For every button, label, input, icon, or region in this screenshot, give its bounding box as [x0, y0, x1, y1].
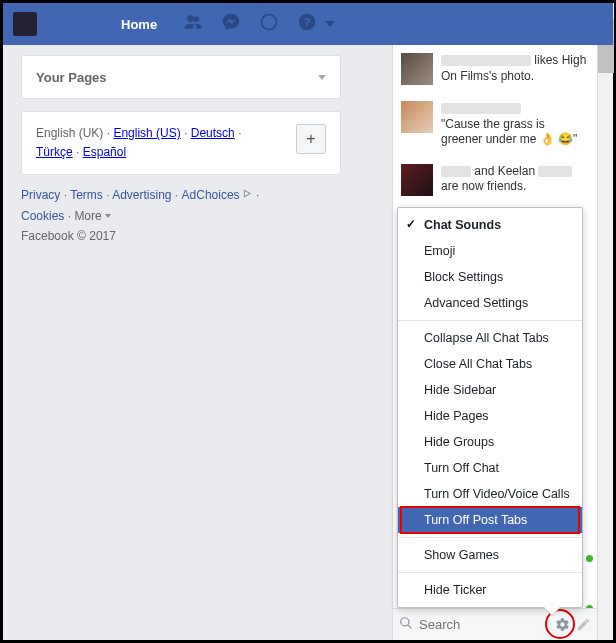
lang-en-us[interactable]: English (US) — [113, 126, 180, 140]
your-pages-card[interactable]: Your Pages — [21, 55, 341, 99]
window-scrollbar[interactable] — [597, 3, 613, 640]
language-card: English (UK) · English (US) · Deutsch · … — [21, 111, 341, 175]
chat-search-input[interactable] — [419, 617, 549, 632]
help-row: ? — [297, 12, 335, 36]
footer-privacy[interactable]: Privacy — [21, 188, 60, 202]
online-status-icon — [586, 555, 593, 562]
ticker-text: and Keelan are now friends. — [441, 164, 589, 196]
svg-text:?: ? — [304, 16, 311, 28]
chat-settings-menu: Chat Sounds Emoji Block Settings Advance… — [397, 207, 583, 608]
chevron-down-icon — [318, 75, 326, 80]
left-column: Your Pages English (UK) · English (US) ·… — [21, 55, 341, 247]
ticker-text: likes High On Films's photo. — [441, 53, 589, 85]
menu-advanced-settings[interactable]: Advanced Settings — [398, 290, 582, 316]
avatar — [401, 164, 433, 196]
menu-separator — [398, 572, 582, 573]
menu-emoji[interactable]: Emoji — [398, 238, 582, 264]
chat-bottom-bar — [392, 608, 597, 640]
ticker-item[interactable]: and Keelan are now friends. — [393, 156, 597, 204]
lang-current: English (UK) — [36, 126, 103, 140]
footer-cookies[interactable]: Cookies — [21, 209, 64, 223]
menu-turn-off-chat[interactable]: Turn Off Chat — [398, 455, 582, 481]
menu-hide-sidebar[interactable]: Hide Sidebar — [398, 377, 582, 403]
menu-separator — [398, 537, 582, 538]
footer-links: Privacy · Terms · Advertising · AdChoice… — [21, 185, 341, 246]
menu-turn-off-post-tabs[interactable]: Turn Off Post Tabs — [398, 507, 582, 533]
app-frame: Home ? Your Pages English (UK — [0, 0, 616, 643]
lang-tr[interactable]: Türkçe — [36, 145, 73, 159]
footer-adchoices[interactable]: AdChoices — [182, 185, 240, 205]
account-menu-caret-icon[interactable] — [325, 21, 335, 27]
redacted-name — [441, 55, 531, 66]
notifications-icon[interactable] — [259, 12, 279, 36]
footer-advertising[interactable]: Advertising — [112, 188, 171, 202]
redacted-name — [441, 166, 471, 177]
chat-settings-button[interactable] — [555, 615, 570, 635]
ticker-item[interactable]: "Cause the grass is greener under me 👌 😂… — [393, 93, 597, 156]
profile-thumbnail[interactable] — [13, 12, 37, 36]
ticker-item[interactable]: likes High On Films's photo. — [393, 45, 597, 93]
avatar — [401, 101, 433, 133]
messages-icon[interactable] — [221, 12, 241, 36]
help-icon[interactable]: ? — [297, 12, 317, 36]
top-nav: Home ? — [3, 3, 613, 45]
menu-block-settings[interactable]: Block Settings — [398, 264, 582, 290]
add-language-button[interactable]: + — [296, 124, 326, 154]
footer-terms[interactable]: Terms — [70, 188, 103, 202]
nav-icons — [183, 12, 279, 36]
caret-down-icon — [105, 214, 111, 218]
footer-more[interactable]: More — [74, 206, 101, 226]
friend-requests-icon[interactable] — [183, 12, 203, 36]
menu-show-games[interactable]: Show Games — [398, 542, 582, 568]
lang-de[interactable]: Deutsch — [191, 126, 235, 140]
new-message-button[interactable] — [576, 616, 591, 634]
footer-copyright: Facebook © 2017 — [21, 229, 116, 243]
adchoices-icon — [242, 185, 253, 205]
menu-collapse-all[interactable]: Collapse All Chat Tabs — [398, 325, 582, 351]
your-pages-title: Your Pages — [36, 70, 107, 85]
avatar — [401, 53, 433, 85]
redacted-name — [441, 103, 521, 114]
menu-hide-groups[interactable]: Hide Groups — [398, 429, 582, 455]
menu-close-all[interactable]: Close All Chat Tabs — [398, 351, 582, 377]
menu-hide-ticker[interactable]: Hide Ticker — [398, 577, 582, 603]
language-list: English (UK) · English (US) · Deutsch · … — [36, 124, 241, 162]
menu-separator — [398, 320, 582, 321]
ticker-text: "Cause the grass is greener under me 👌 😂… — [441, 101, 589, 148]
redacted-name — [538, 166, 572, 177]
lang-es[interactable]: Español — [83, 145, 126, 159]
search-icon — [399, 616, 413, 634]
home-button[interactable]: Home — [107, 5, 171, 44]
menu-hide-pages[interactable]: Hide Pages — [398, 403, 582, 429]
menu-turn-off-video[interactable]: Turn Off Video/Voice Calls — [398, 481, 582, 507]
menu-chat-sounds[interactable]: Chat Sounds — [398, 212, 582, 238]
